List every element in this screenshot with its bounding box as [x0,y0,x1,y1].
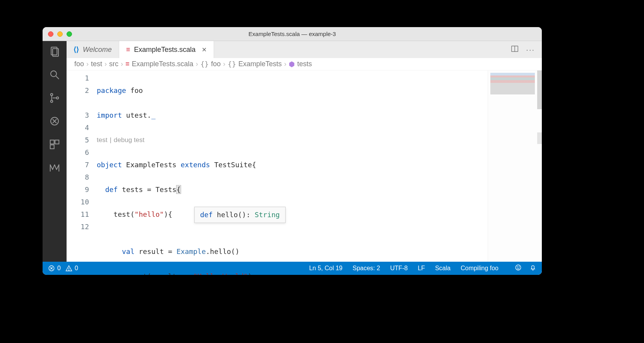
editor-scroll-thumb[interactable] [537,132,542,144]
tab-actions: ··· [504,41,542,58]
scala-file-icon: ≡ [126,46,130,54]
svg-line-3 [56,76,59,79]
svg-point-22 [519,267,519,267]
svg-point-4 [51,94,53,96]
svg-rect-11 [55,140,59,144]
extensions-icon[interactable] [49,139,60,152]
svg-point-20 [516,265,521,270]
svg-point-19 [69,270,69,270]
breadcrumb-item[interactable]: ExampleTests [238,60,282,68]
tab-label: Welcome [83,46,112,54]
maximize-window-button[interactable] [67,31,72,37]
breadcrumb-item[interactable]: ExampleTests.scala [132,60,194,68]
svg-point-6 [57,97,59,99]
svg-rect-12 [50,145,54,149]
window-title: ExampleTests.scala — example-3 [43,31,542,37]
activity-bar [43,41,67,262]
namespace-icon: {} [200,60,209,68]
explorer-icon[interactable] [49,46,60,59]
breadcrumbs[interactable]: foo› test› src› ≡ ExampleTests.scala› {}… [67,58,542,70]
vscode-icon: ⟨⟩ [74,45,79,54]
more-actions-icon[interactable]: ··· [526,45,535,54]
codelens[interactable]: test|debug test [97,134,488,146]
warning-count: 0 [75,265,78,272]
debug-icon[interactable] [49,115,60,129]
code-content[interactable]: package foo import utest._ test|debug te… [97,70,488,262]
minimap[interactable] [488,70,542,262]
svg-point-21 [517,267,517,267]
breadcrumb-item[interactable]: tests [297,60,312,68]
svg-rect-10 [50,140,54,144]
breadcrumb-item[interactable]: test [91,60,102,68]
line-gutter: 1 2 3 4 5 6 7 8 9 10 11 12 [67,70,97,262]
close-window-button[interactable] [48,31,53,37]
editor-window: ExampleTests.scala — example-3 ⟨⟩ Welcom… [43,27,542,275]
svg-point-5 [51,100,53,103]
titlebar: ExampleTests.scala — example-3 [43,27,542,41]
breadcrumb-item[interactable]: foo [74,60,84,68]
minimap-scroll-thumb[interactable] [537,70,542,109]
feedback-icon[interactable] [515,264,522,273]
search-icon[interactable] [49,69,60,82]
window-body: ⟨⟩ Welcome ≡ ExampleTests.scala ✕ ··· fo… [43,41,542,262]
close-tab-icon[interactable]: ✕ [202,46,207,53]
metals-icon[interactable] [49,162,60,175]
tab-label: ExampleTests.scala [134,46,195,54]
breadcrumb-item[interactable]: src [109,60,118,68]
breadcrumb-item[interactable]: foo [211,60,221,68]
problems-indicator[interactable]: 0 0 [48,265,78,272]
hover-tooltip: def hello(): String [194,207,286,223]
window-controls [48,31,72,37]
editor-area[interactable]: 1 2 3 4 5 6 7 8 9 10 11 12 package foo i… [67,70,542,262]
symbol-method-icon: ⬢ [289,60,295,69]
minimize-window-button[interactable] [57,31,63,37]
editor-main: ⟨⟩ Welcome ≡ ExampleTests.scala ✕ ··· fo… [67,41,542,262]
source-control-icon[interactable] [49,92,60,105]
svg-point-2 [51,71,57,77]
tab-welcome[interactable]: ⟨⟩ Welcome [67,41,119,58]
notifications-icon[interactable] [529,264,536,273]
scala-file-icon: ≡ [125,60,130,68]
error-count: 0 [57,265,61,272]
split-editor-icon[interactable] [510,45,519,55]
namespace-icon: {} [228,60,236,68]
tab-bar: ⟨⟩ Welcome ≡ ExampleTests.scala ✕ ··· [67,41,542,58]
tab-example-tests[interactable]: ≡ ExampleTests.scala ✕ [119,41,214,58]
